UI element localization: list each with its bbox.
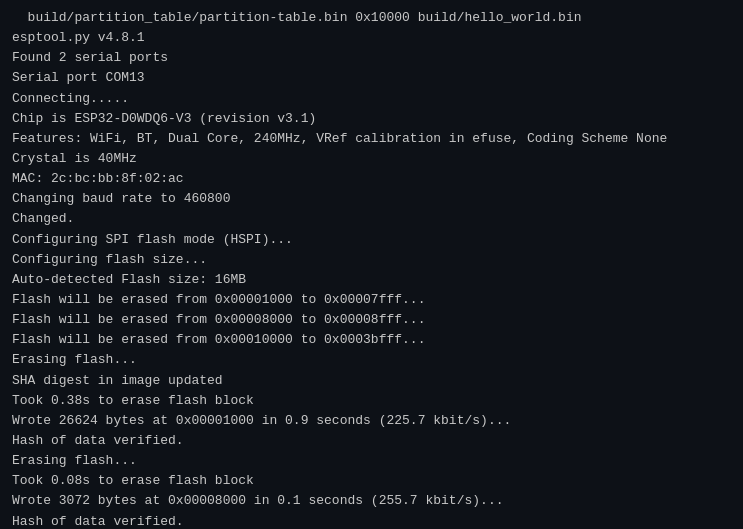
terminal-line: Hash of data verified. [12,431,731,451]
terminal-line: Changing baud rate to 460800 [12,189,731,209]
terminal-line: Took 0.38s to erase flash block [12,391,731,411]
terminal-line: Found 2 serial ports [12,48,731,68]
terminal-line: Flash will be erased from 0x00010000 to … [12,330,731,350]
terminal-line: MAC: 2c:bc:bb:8f:02:ac [12,169,731,189]
terminal-line: Serial port COM13 [12,68,731,88]
terminal-line: Wrote 3072 bytes at 0x00008000 in 0.1 se… [12,491,731,511]
terminal-line: build/partition_table/partition-table.bi… [12,8,731,28]
terminal-line: Hash of data verified. [12,512,731,529]
terminal-line: esptool.py v4.8.1 [12,28,731,48]
terminal-line: Wrote 26624 bytes at 0x00001000 in 0.9 s… [12,411,731,431]
terminal-line: SHA digest in image updated [12,371,731,391]
terminal-line: Configuring flash size... [12,250,731,270]
terminal-line: Connecting..... [12,89,731,109]
terminal-line: Changed. [12,209,731,229]
terminal-line: Configuring SPI flash mode (HSPI)... [12,230,731,250]
terminal-line: Erasing flash... [12,451,731,471]
terminal-line: Chip is ESP32-D0WDQ6-V3 (revision v3.1) [12,109,731,129]
terminal-line: Crystal is 40MHz [12,149,731,169]
terminal-line: Erasing flash... [12,350,731,370]
terminal-line: Flash will be erased from 0x00008000 to … [12,310,731,330]
terminal-line: Features: WiFi, BT, Dual Core, 240MHz, V… [12,129,731,149]
terminal-line: Took 0.08s to erase flash block [12,471,731,491]
terminal-window: build/partition_table/partition-table.bi… [0,0,743,529]
terminal-output: build/partition_table/partition-table.bi… [12,8,731,529]
terminal-line: Auto-detected Flash size: 16MB [12,270,731,290]
terminal-line: Flash will be erased from 0x00001000 to … [12,290,731,310]
